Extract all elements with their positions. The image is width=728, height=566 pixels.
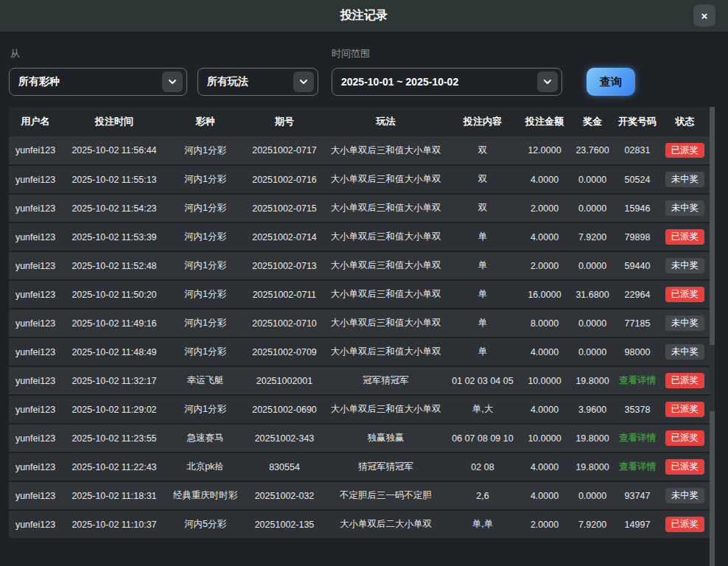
cell-amount: 4.0000 xyxy=(519,453,570,481)
cell-prize: 19.8000 xyxy=(570,366,615,395)
cell-result: 79898 xyxy=(615,223,660,251)
cell-lottery: 河内1分彩 xyxy=(167,165,244,194)
cell-time: 2025-10-02 11:48:49 xyxy=(62,338,167,366)
play-type-select-value: 所有玩法 xyxy=(207,75,248,88)
cell-content: 2,6 xyxy=(447,481,519,510)
cell-result: 查看详情 xyxy=(615,453,660,481)
cell-status: 未中奖 xyxy=(660,309,710,338)
cell-play: 大小单双后三和值大小单双 xyxy=(325,223,447,251)
table-row: yunfei1232025-10-02 11:52:48河内1分彩2025100… xyxy=(9,251,710,280)
cell-issue: 20251002-0715 xyxy=(244,194,325,223)
cell-content: 单 xyxy=(447,338,519,366)
status-badge: 未中奖 xyxy=(665,172,705,187)
cell-result: 35378 xyxy=(615,395,660,424)
cell-username: yunfei123 xyxy=(9,366,62,395)
cell-play: 独赢独赢 xyxy=(325,424,447,453)
cell-status: 已派奖 xyxy=(660,453,710,481)
cell-prize: 0.0000 xyxy=(570,338,615,366)
cell-prize: 19.8000 xyxy=(570,453,615,481)
cell-lottery: 河内1分彩 xyxy=(167,280,244,309)
column-header: 投注内容 xyxy=(447,107,519,136)
date-range-select-value: 2025-10-01 ~ 2025-10-02 xyxy=(341,76,458,88)
status-badge: 未中奖 xyxy=(665,200,705,216)
cell-result: 查看详情 xyxy=(615,366,660,395)
view-details-link[interactable]: 查看详情 xyxy=(619,461,656,472)
cell-time: 2025-10-02 11:22:43 xyxy=(62,453,167,481)
play-type-select[interactable]: 所有玩法 xyxy=(197,68,318,96)
cell-prize: 3.9600 xyxy=(570,395,615,424)
cell-content: 02 08 xyxy=(447,453,519,481)
cell-username: yunfei123 xyxy=(9,338,62,366)
cell-issue: 20251002-343 xyxy=(244,424,325,453)
chevron-down-icon xyxy=(537,71,558,92)
close-icon: × xyxy=(701,10,708,22)
status-badge: 未中奖 xyxy=(665,315,705,331)
cell-amount: 2.0000 xyxy=(519,251,570,280)
cell-status: 已派奖 xyxy=(660,395,710,424)
cell-issue: 20251002-0709 xyxy=(244,338,325,366)
cell-play: 大小单双后三和值大小单双 xyxy=(325,338,447,366)
cell-play: 大小单双后三和值大小单双 xyxy=(325,251,447,280)
cell-amount: 4.0000 xyxy=(519,481,570,510)
cell-prize: 7.9200 xyxy=(570,223,615,251)
lottery-type-select[interactable]: 所有彩种 xyxy=(9,68,187,96)
modal-header: 投注记录 × xyxy=(0,0,728,32)
cell-result: 02831 xyxy=(615,136,660,165)
cell-time: 2025-10-02 11:53:39 xyxy=(62,223,167,251)
column-header: 期号 xyxy=(244,107,325,136)
cell-play: 大小单双后三和值大小单双 xyxy=(325,194,447,223)
page-title: 投注记录 xyxy=(340,8,388,24)
cell-play: 不定胆后三一码不定胆 xyxy=(325,481,447,510)
cell-username: yunfei123 xyxy=(9,510,62,539)
table-row: yunfei1232025-10-02 11:50:20河内1分彩2025100… xyxy=(9,280,710,309)
cell-lottery: 急速赛马 xyxy=(167,424,244,453)
cell-content: 双 xyxy=(447,165,519,194)
cell-result: 98000 xyxy=(615,338,660,366)
view-details-link[interactable]: 查看详情 xyxy=(619,375,656,385)
view-details-link[interactable]: 查看详情 xyxy=(619,433,656,443)
status-badge: 已派奖 xyxy=(665,143,705,158)
cell-play: 大小单双后三和值大小单双 xyxy=(325,309,447,338)
cell-time: 2025-10-02 11:50:20 xyxy=(62,280,167,309)
table-row: yunfei1232025-10-02 11:32:17幸运飞艇20251002… xyxy=(9,366,710,395)
cell-prize: 0.0000 xyxy=(570,309,615,338)
cell-lottery: 河内1分彩 xyxy=(167,395,244,424)
column-header: 彩种 xyxy=(167,107,244,136)
column-header: 奖金 xyxy=(570,107,615,136)
cell-status: 已派奖 xyxy=(660,280,710,309)
cell-username: yunfei123 xyxy=(9,424,62,453)
cell-lottery: 河内1分彩 xyxy=(167,309,244,338)
cell-issue: 20251002-0717 xyxy=(244,136,325,165)
cell-username: yunfei123 xyxy=(9,453,62,481)
cell-content: 单 xyxy=(447,223,519,251)
vertical-scrollbar[interactable] xyxy=(710,107,715,566)
column-header: 开奖号码 xyxy=(615,107,660,136)
cell-status: 已派奖 xyxy=(660,223,710,251)
scrollbar-thumb[interactable] xyxy=(710,345,715,411)
cell-lottery: 河内1分彩 xyxy=(167,223,244,251)
query-button[interactable]: 查询 xyxy=(587,68,635,96)
chevron-down-icon xyxy=(162,71,183,92)
close-button[interactable]: × xyxy=(693,4,715,27)
cell-issue: 20251002-0690 xyxy=(244,395,325,424)
date-range-select[interactable]: 2025-10-01 ~ 2025-10-02 xyxy=(332,68,562,96)
cell-status: 已派奖 xyxy=(660,136,710,165)
cell-time: 2025-10-02 11:55:13 xyxy=(62,165,167,194)
chevron-down-icon xyxy=(293,71,314,92)
cell-issue: 830554 xyxy=(244,453,325,481)
cell-amount: 10.0000 xyxy=(519,366,570,395)
cell-result: 查看详情 xyxy=(615,424,660,453)
cell-time: 2025-10-02 11:54:23 xyxy=(62,194,167,223)
cell-prize: 0.0000 xyxy=(570,165,615,194)
cell-time: 2025-10-02 11:29:02 xyxy=(62,395,167,424)
table-row: yunfei1232025-10-02 11:22:43北京pk拾830554猜… xyxy=(9,453,710,481)
cell-amount: 8.0000 xyxy=(519,309,570,338)
cell-amount: 2.0000 xyxy=(519,510,570,539)
cell-username: yunfei123 xyxy=(9,481,62,510)
column-header: 投注时间 xyxy=(62,107,167,136)
cell-time: 2025-10-02 11:49:16 xyxy=(62,309,167,338)
status-badge: 已派奖 xyxy=(665,459,705,475)
cell-play: 大小单双后二大小单双 xyxy=(325,510,447,539)
status-badge: 已派奖 xyxy=(665,402,705,417)
cell-status: 已派奖 xyxy=(660,510,710,539)
